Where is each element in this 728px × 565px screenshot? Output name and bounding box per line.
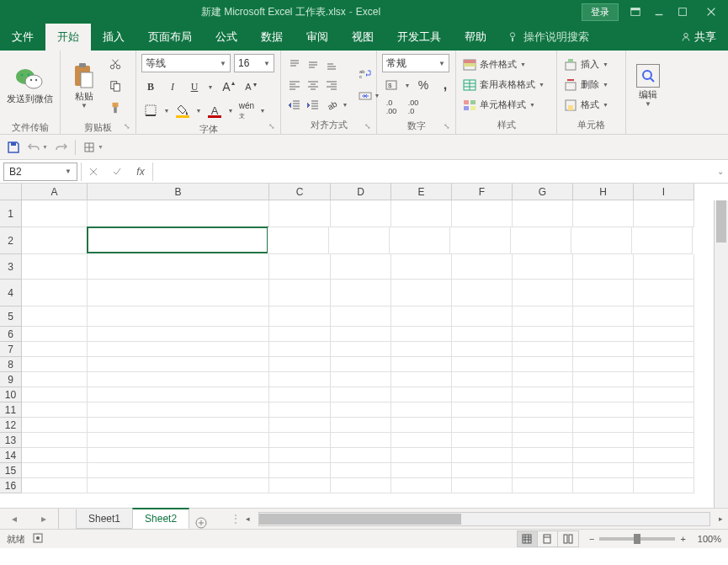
- cell[interactable]: [391, 254, 452, 280]
- tab-view[interactable]: 视图: [340, 24, 385, 51]
- column-header[interactable]: A: [22, 184, 88, 200]
- cell[interactable]: [269, 327, 331, 342]
- cell[interactable]: [452, 357, 513, 372]
- cell[interactable]: [88, 463, 269, 478]
- cell[interactable]: [634, 402, 694, 418]
- cell[interactable]: [22, 433, 88, 448]
- format-cells-button[interactable]: 格式▼: [564, 96, 608, 115]
- number-launcher[interactable]: ⤡: [444, 122, 454, 132]
- cancel-formula-button[interactable]: [82, 163, 105, 181]
- delete-cells-button[interactable]: 删除▼: [564, 76, 608, 94]
- cell[interactable]: [391, 327, 452, 342]
- maximize-button[interactable]: [671, 0, 694, 24]
- select-all-corner[interactable]: [0, 184, 22, 200]
- cell[interactable]: [573, 448, 634, 463]
- column-header[interactable]: G: [513, 184, 573, 200]
- cell[interactable]: [513, 448, 573, 463]
- cell[interactable]: [391, 342, 452, 357]
- cell[interactable]: [452, 448, 513, 463]
- cell[interactable]: [513, 478, 573, 493]
- cell[interactable]: [391, 372, 452, 387]
- cell[interactable]: [391, 433, 452, 448]
- row-header[interactable]: 7: [0, 342, 22, 357]
- column-header[interactable]: F: [452, 184, 513, 200]
- row-header[interactable]: 16: [0, 478, 22, 493]
- cell[interactable]: [513, 342, 573, 357]
- row-header[interactable]: 11: [0, 402, 22, 418]
- fill-color-dropdown[interactable]: ▼: [195, 108, 202, 114]
- cell-styles-button[interactable]: 单元格样式▼: [463, 96, 545, 115]
- vertical-scrollbar[interactable]: [714, 200, 728, 508]
- cell[interactable]: [88, 327, 269, 342]
- cell[interactable]: [88, 342, 269, 357]
- cell[interactable]: [331, 280, 391, 306]
- align-center-button[interactable]: [305, 77, 321, 93]
- cell[interactable]: [269, 402, 331, 418]
- cell[interactable]: [331, 254, 391, 280]
- cell[interactable]: [269, 433, 331, 448]
- cell[interactable]: [88, 200, 269, 227]
- cell[interactable]: [513, 280, 573, 306]
- percent-button[interactable]: %: [414, 76, 433, 94]
- cell[interactable]: [88, 280, 269, 306]
- cell[interactable]: [391, 200, 452, 227]
- cell[interactable]: [573, 280, 634, 306]
- sheet-nav-next[interactable]: ▸: [41, 513, 46, 525]
- hscroll-left[interactable]: ◂: [241, 512, 255, 526]
- cell[interactable]: [573, 372, 634, 387]
- column-header[interactable]: I: [634, 184, 694, 200]
- cell[interactable]: [513, 357, 573, 372]
- cell[interactable]: [22, 254, 88, 280]
- cell[interactable]: [573, 200, 634, 227]
- copy-button[interactable]: [106, 77, 125, 95]
- cell[interactable]: [571, 227, 632, 254]
- row-header[interactable]: 3: [0, 254, 22, 280]
- cell[interactable]: [88, 387, 269, 402]
- cell[interactable]: [634, 357, 694, 372]
- minimize-button[interactable]: [647, 0, 671, 24]
- cell[interactable]: [269, 463, 331, 478]
- cell[interactable]: [269, 372, 331, 387]
- row-header[interactable]: 13: [0, 433, 22, 448]
- tab-formula[interactable]: 公式: [204, 24, 249, 51]
- cell[interactable]: [331, 402, 391, 418]
- cell[interactable]: [269, 448, 331, 463]
- cell[interactable]: [634, 200, 694, 227]
- sheet-nav-prev[interactable]: ◂: [12, 513, 17, 525]
- paste-button[interactable]: 粘贴 ▼: [66, 54, 103, 118]
- sheet-tab-1[interactable]: Sheet1: [76, 509, 133, 529]
- cell[interactable]: [573, 478, 634, 493]
- insert-function-button[interactable]: fx: [129, 163, 152, 181]
- tab-developer[interactable]: 开发工具: [385, 24, 453, 51]
- cell[interactable]: [269, 387, 331, 402]
- new-sheet-button[interactable]: [189, 517, 214, 529]
- cell[interactable]: [331, 200, 391, 227]
- cell[interactable]: [452, 327, 513, 342]
- cell[interactable]: [452, 402, 513, 418]
- row-header[interactable]: 6: [0, 327, 22, 342]
- increase-font-button[interactable]: A▴: [217, 77, 236, 96]
- column-header[interactable]: C: [269, 184, 331, 200]
- cell[interactable]: [269, 478, 331, 493]
- row-header[interactable]: 4: [0, 280, 22, 306]
- cell[interactable]: [513, 463, 573, 478]
- horizontal-scrollbar[interactable]: [258, 512, 710, 526]
- font-size-combo[interactable]: 16▼: [234, 54, 274, 72]
- cell[interactable]: [88, 372, 269, 387]
- cell[interactable]: [391, 478, 452, 493]
- align-middle-button[interactable]: [305, 56, 321, 73]
- ribbon-options-button[interactable]: [624, 0, 647, 24]
- orientation-dropdown[interactable]: ▼: [342, 97, 348, 114]
- cell[interactable]: [452, 478, 513, 493]
- cell[interactable]: [513, 387, 573, 402]
- cell[interactable]: [331, 448, 391, 463]
- cell[interactable]: [513, 306, 573, 327]
- cell[interactable]: [22, 280, 88, 306]
- cell[interactable]: [452, 306, 513, 327]
- tab-file[interactable]: 文件: [0, 24, 45, 51]
- formula-input[interactable]: [153, 163, 713, 181]
- cell[interactable]: [391, 463, 452, 478]
- cell[interactable]: [513, 402, 573, 418]
- cell[interactable]: [452, 372, 513, 387]
- cell[interactable]: [513, 254, 573, 280]
